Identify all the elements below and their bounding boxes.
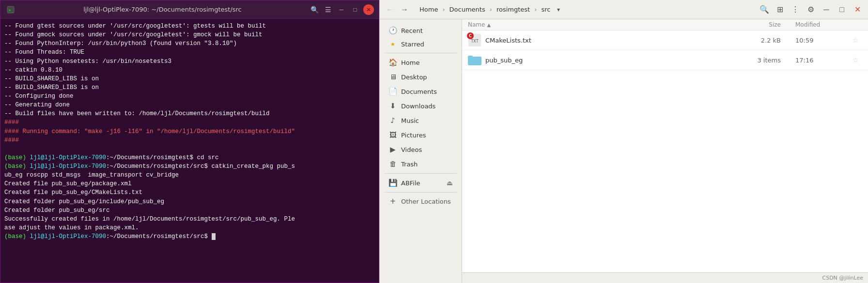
svg-rect-3 (468, 56, 473, 58)
fm-grid-button[interactable]: ⊞ (773, 3, 787, 16)
sidebar-divider-2 (385, 173, 457, 174)
breadcrumb-dropdown-button[interactable]: ▾ (554, 5, 563, 14)
fm-statusbar: CSDN @jilinLee (462, 272, 868, 283)
terminal-line: -- Build files have been written to: /ho… (4, 109, 375, 118)
terminal-line: ase adjust the values in package.xml. (4, 223, 375, 232)
col-header-name[interactable]: Name ▲ (468, 21, 737, 28)
terminal-prompt-line: (base) ljl@ljl-OptiPlex-7090:~/Documents… (4, 162, 375, 171)
music-icon: ♪ (388, 116, 397, 125)
fm-main: Name ▲ Size Modified C TXT CMakeLists (462, 19, 868, 283)
sidebar-item-recent[interactable]: 🕐 Recent (382, 23, 460, 38)
downloads-icon: ⬇ (388, 102, 397, 110)
sidebar-item-home[interactable]: 🏠 Home (382, 55, 460, 70)
fm-column-headers: Name ▲ Size Modified (462, 19, 868, 30)
fm-minimize-button[interactable]: ─ (820, 3, 833, 16)
fm-maximize-button[interactable]: □ (835, 3, 849, 16)
file-star-cmake[interactable]: ☆ (849, 36, 862, 44)
sidebar-divider-1 (385, 53, 457, 53)
folder-icon (468, 53, 481, 67)
fm-titlebar: ← → Home › Documents › rosimgtest › src … (380, 0, 868, 19)
sidebar-label-home: Home (401, 59, 419, 66)
sidebar-item-pictures[interactable]: 🖼 Pictures (382, 128, 460, 142)
terminal-controls: 🔍 ☰ ─ □ ✕ (309, 4, 374, 15)
sidebar-item-videos[interactable]: ▶ Videos (382, 142, 460, 157)
terminal-minimize-button[interactable]: ─ (336, 4, 347, 15)
documents-icon: 📄 (388, 87, 397, 96)
trash-icon: 🗑 (388, 160, 397, 168)
file-name-folder: pub_sub_eg (485, 57, 737, 64)
recent-icon: 🕐 (388, 26, 397, 35)
terminal-line (4, 145, 375, 153)
breadcrumb-documents[interactable]: Documents (446, 4, 489, 15)
breadcrumb-home[interactable]: Home (416, 4, 442, 15)
terminal-line: -- BUILD_SHARED_LIBS is on (4, 74, 375, 83)
terminal-line: -- BUILD_SHARED_LIBS is on (4, 83, 375, 92)
terminal-line: -- catkin 0.8.10 (4, 66, 375, 74)
abfile-icon: 💾 (388, 179, 397, 187)
terminal-line: #### (4, 118, 375, 127)
terminal-line: ub_eg roscpp std_msgs image_transport cv… (4, 171, 375, 179)
fm-search-button[interactable]: 🔍 (758, 3, 771, 16)
fm-forward-button[interactable]: → (398, 3, 411, 16)
sidebar-item-starred[interactable]: ★ Starred (382, 38, 460, 51)
cmake-badge: C (467, 32, 474, 39)
sidebar-item-music[interactable]: ♪ Music (382, 113, 460, 128)
breadcrumb-rosimgtest[interactable]: rosimgtest (493, 4, 534, 15)
breadcrumb-src[interactable]: src (537, 4, 554, 15)
terminal-search-button[interactable]: 🔍 (309, 4, 320, 15)
fm-options-button[interactable]: ⋮ (789, 3, 802, 16)
table-row[interactable]: C TXT CMakeLists.txt 2.2 kB 10:59 ☆ (462, 30, 868, 50)
terminal-menu-button[interactable]: ☰ (323, 4, 333, 15)
sidebar-label-pictures: Pictures (401, 132, 426, 139)
sidebar-item-other-locations[interactable]: + Other Locations (382, 194, 460, 208)
starred-icon: ★ (388, 41, 397, 47)
fm-toolbar-right: 🔍 ⊞ ⋮ ⚙ ─ □ ✕ (758, 3, 864, 16)
breadcrumb-sep-2: › (489, 6, 493, 13)
terminal-icon-left: >_ (5, 4, 16, 15)
sidebar-item-desktop[interactable]: 🖥 Desktop (382, 70, 460, 84)
file-star-folder[interactable]: ☆ (849, 56, 862, 64)
col-header-modified[interactable]: Modified (795, 21, 849, 28)
sidebar-label-music: Music (401, 117, 419, 124)
terminal-prompt-line: (base) ljl@ljl-OptiPlex-7090:~/Documents… (4, 232, 375, 241)
terminal-maximize-button[interactable]: □ (350, 4, 360, 15)
terminal-line: -- Found gmock sources under '/usr/src/g… (4, 30, 375, 39)
sidebar-label-abfile: ABFile (401, 179, 420, 187)
terminal-title: ljl@ljl-OptiPlex-7090: ~/Documents/rosim… (16, 6, 309, 13)
svg-text:>_: >_ (8, 8, 14, 13)
table-row[interactable]: pub_sub_eg 3 items 17:16 ☆ (462, 50, 868, 70)
terminal-line: Created file pub_sub_eg/CMakeLists.txt (4, 188, 375, 197)
fm-breadcrumb: Home › Documents › rosimgtest › src ▾ (416, 4, 753, 15)
sidebar-item-documents[interactable]: 📄 Documents (382, 84, 460, 99)
fm-close-button[interactable]: ✕ (851, 3, 864, 16)
terminal-line: #### (4, 136, 375, 145)
sidebar-item-trash[interactable]: 🗑 Trash (382, 157, 460, 171)
fm-back-button[interactable]: ← (384, 3, 396, 16)
terminal-close-button[interactable]: ✕ (363, 4, 374, 15)
eject-icon[interactable]: ⏏ (447, 179, 453, 187)
videos-icon: ▶ (388, 145, 397, 154)
terminal-line: -- Generating done (4, 101, 375, 109)
terminal-body[interactable]: -- Found gtest sources under '/usr/src/g… (0, 19, 379, 283)
sidebar-label-other-locations: Other Locations (401, 198, 451, 205)
sidebar-label-recent: Recent (401, 27, 423, 34)
sidebar-label-trash: Trash (401, 161, 418, 168)
terminal-titlebar: >_ ljl@ljl-OptiPlex-7090: ~/Documents/ro… (0, 0, 379, 19)
terminal-prompt-line: (base) ljl@ljl-OptiPlex-7090:~/Documents… (4, 153, 375, 162)
sidebar-divider-3 (385, 192, 457, 193)
terminal-line: Created folder pub_sub_eg/src (4, 206, 375, 215)
terminal-app-icon: >_ (5, 4, 16, 15)
home-icon: 🏠 (388, 58, 397, 67)
col-header-size[interactable]: Size (737, 21, 795, 28)
sidebar-label-videos: Videos (401, 146, 422, 153)
terminal-line: -- Found gtest sources under '/usr/src/g… (4, 22, 375, 30)
sidebar-label-starred: Starred (401, 41, 424, 48)
file-name-cmake: CMakeLists.txt (485, 37, 737, 44)
sidebar-label-downloads: Downloads (401, 103, 435, 110)
sidebar-item-abfile[interactable]: 💾 ABFile ⏏ (382, 176, 460, 190)
sidebar-label-documents: Documents (401, 88, 437, 95)
sidebar-item-downloads[interactable]: ⬇ Downloads (382, 99, 460, 113)
fm-settings-button[interactable]: ⚙ (804, 3, 818, 16)
fm-content: 🕐 Recent ★ Starred 🏠 Home 🖥 Desktop 📄 Do… (380, 19, 868, 283)
terminal-line: #### Running command: "make -j16 -l16" i… (4, 127, 375, 136)
